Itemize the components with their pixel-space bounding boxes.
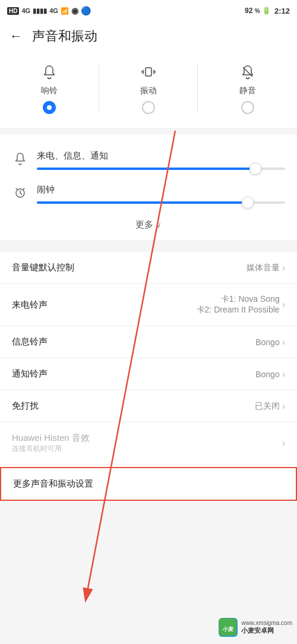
circle-icon-2: 🔵 [81,6,91,15]
settings-item-message-tone[interactable]: 信息铃声 Bongo › [0,326,297,358]
watermark-site: www.xmsigma.com [241,620,292,626]
watermark: 小麦 www.xmsigma.com 小麦安卓网 [219,618,292,637]
wifi-icon: 📶 [61,7,69,15]
notification-tone-label: 通知铃声 [12,368,48,380]
ring-icon [41,63,58,81]
mode-vibrate[interactable]: 振动 [99,58,198,119]
watermark-logo: 小麦 [219,618,238,637]
message-tone-value: Bongo [255,337,279,347]
mode-ring[interactable]: 响铃 [0,58,99,119]
silent-label: 静音 [239,86,256,96]
volume-key-chevron: › [282,263,285,273]
settings-item-dnd[interactable]: 免打扰 已关闭 › [0,390,297,422]
ringtone-value: 卡1: Nova Song 卡2: Dream It Possible [197,294,280,315]
hd-badge: HD [7,7,19,15]
status-bar: HD 4G ▮▮▮▮ 4G 📶 ◉ 🔵 92 % 🔋 2:12 [0,0,297,21]
sound-mode-selector: 响铃 振动 静音 [0,53,297,129]
volume-key-right: 媒体音量 › [247,263,285,273]
settings-item-volume-key[interactable]: 音量键默认控制 媒体音量 › [0,252,297,284]
notification-tone-chevron: › [282,369,285,380]
dnd-right: 已关闭 › [255,401,285,412]
signal-4g-1: 4G [21,7,30,14]
vibrate-label: 振动 [140,86,157,96]
notification-volume-content: 来电、信息、通知 [37,150,285,170]
ring-label: 响铃 [41,86,58,96]
watermark-text-block: www.xmsigma.com 小麦安卓网 [241,620,292,635]
alarm-volume-content: 闹钟 [37,184,285,204]
svg-rect-0 [146,68,151,76]
dnd-label: 免打扰 [12,400,39,412]
alarm-volume-slider[interactable] [37,201,285,204]
dnd-value: 已关闭 [255,401,280,412]
notification-volume-row: 来电、信息、通知 [12,143,285,177]
message-tone-right: Bongo › [255,337,285,348]
watermark-brand: 小麦安卓网 [241,626,292,635]
settings-list: 音量键默认控制 媒体音量 › 来电铃声 卡1: Nova Song 卡2: Dr… [0,252,297,501]
histen-chevron: › [282,438,285,449]
message-tone-chevron: › [282,337,285,348]
signal-bars: ▮▮▮▮ [33,7,47,15]
histen-right: › [282,438,285,449]
settings-item-notification-tone[interactable]: 通知铃声 Bongo › [0,358,297,390]
ringtone-chevron: › [282,299,285,310]
time: 2:12 [274,7,290,15]
silent-radio[interactable] [241,101,254,114]
page-title: 声音和振动 [32,27,97,45]
alarm-volume-label: 闹钟 [37,184,285,195]
volume-section: 来电、信息、通知 闹钟 [0,135,297,240]
ringtone-right: 卡1: Nova Song 卡2: Dream It Possible › [197,294,285,315]
more-chevron-icon: ∨ [156,220,162,229]
header: ← 声音和振动 [0,21,297,53]
silent-icon [239,63,256,81]
mode-silent[interactable]: 静音 [198,58,297,119]
ring-radio[interactable] [43,101,56,114]
message-tone-label: 信息铃声 [12,336,48,348]
vibrate-radio[interactable] [142,101,155,114]
histen-sublabel: 连接耳机时可用 [12,444,90,454]
svg-text:小麦: 小麦 [222,626,234,632]
battery-level: 92 % 🔋 [245,7,271,15]
signal-4g-2: 4G [49,7,58,14]
circle-icon-1: ◉ [71,6,78,15]
volume-key-label: 音量键默认控制 [12,262,74,273]
settings-item-more-audio[interactable]: 更多声音和振动设置 [0,467,297,501]
alarm-volume-fill [37,201,248,204]
alarm-icon [12,185,29,203]
vibrate-icon [140,63,157,81]
notification-volume-label: 来电、信息、通知 [37,150,285,162]
notification-tone-value: Bongo [255,370,279,379]
back-button[interactable]: ← [10,30,23,43]
dnd-chevron: › [282,401,285,412]
settings-item-histen: Huawei Histen 音效 连接耳机时可用 › [0,422,297,465]
status-left: HD 4G ▮▮▮▮ 4G 📶 ◉ 🔵 [7,6,91,15]
histen-label: Huawei Histen 音效 [12,433,90,443]
more-label: 更多 [135,219,153,231]
notification-volume-slider[interactable] [37,168,285,170]
notification-tone-right: Bongo › [255,369,285,380]
notification-volume-thumb[interactable] [249,163,261,175]
volume-key-value: 媒体音量 [247,263,280,273]
more-audio-label: 更多声音和振动设置 [13,478,93,490]
notification-volume-fill [37,168,255,170]
alarm-volume-thumb[interactable] [242,197,254,209]
more-toggle[interactable]: 更多 ∨ [12,211,285,236]
alarm-volume-row: 闹钟 [12,177,285,211]
settings-item-ringtone[interactable]: 来电铃声 卡1: Nova Song 卡2: Dream It Possible… [0,284,297,326]
notification-icon [12,151,29,169]
ringtone-label: 来电铃声 [12,299,48,311]
status-right: 92 % 🔋 2:12 [245,7,290,15]
histen-left: Huawei Histen 音效 连接耳机时可用 [12,433,90,454]
